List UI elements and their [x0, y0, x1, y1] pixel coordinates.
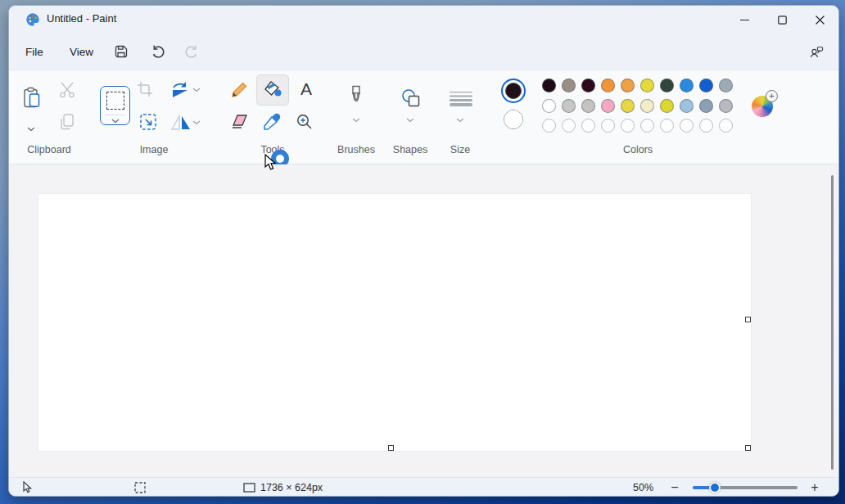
- palette-swatch-r1-c8[interactable]: [680, 79, 694, 92]
- zoom-slider-thumb[interactable]: [709, 482, 721, 493]
- mouse-cursor-icon: [264, 154, 277, 171]
- group-label-shapes: Shapes: [393, 144, 427, 155]
- palette-swatch-r1-c5[interactable]: [621, 79, 635, 92]
- paste-dropdown-chevron[interactable]: [28, 128, 35, 132]
- title-bar: Untitled - Paint: [9, 6, 838, 34]
- palette-swatch-r2-c2[interactable]: [562, 99, 576, 113]
- group-label-clipboard: Clipboard: [27, 144, 71, 155]
- palette-swatch-r3-c2[interactable]: [562, 119, 576, 133]
- palette-swatch-r3-c8[interactable]: [680, 119, 694, 133]
- palette-swatch-r1-c10[interactable]: [719, 79, 733, 92]
- color1-swatch[interactable]: [501, 79, 526, 103]
- palette-swatch-r2-c1[interactable]: [542, 99, 556, 113]
- palette-swatch-r2-c7[interactable]: [660, 99, 674, 113]
- zoom-slider-track[interactable]: [693, 486, 798, 489]
- text-tool-glyph: A: [300, 79, 312, 99]
- menu-view[interactable]: View: [60, 40, 103, 63]
- group-label-image: Image: [140, 144, 169, 155]
- zoom-percent: 50%: [633, 478, 653, 497]
- copy-button[interactable]: [56, 112, 78, 132]
- palette-swatch-r3-c7[interactable]: [660, 119, 674, 133]
- canvas-resize-handle-right[interactable]: [745, 317, 751, 322]
- crop-button[interactable]: [134, 79, 156, 99]
- edit-colors-button[interactable]: +: [752, 96, 773, 117]
- palette-swatch-r3-c9[interactable]: [699, 119, 713, 133]
- add-color-icon: +: [766, 90, 778, 102]
- palette-swatch-r2-c9[interactable]: [699, 99, 713, 113]
- palette-swatch-r2-c4[interactable]: [601, 99, 615, 113]
- palette-swatch-r3-c6[interactable]: [640, 119, 654, 133]
- magnifier-tool-button[interactable]: [294, 111, 315, 133]
- select-tool-button[interactable]: [100, 86, 130, 125]
- flip-button[interactable]: [169, 113, 192, 133]
- palette-swatch-r2-c6[interactable]: [640, 99, 654, 113]
- group-label-colors: Colors: [623, 144, 653, 155]
- fill-tool-button[interactable]: [262, 79, 283, 100]
- palette-swatch-r3-c3[interactable]: [581, 119, 595, 133]
- minimize-button[interactable]: [725, 6, 763, 34]
- shapes-button[interactable]: [399, 87, 423, 110]
- paste-button[interactable]: [20, 84, 44, 112]
- desktop-wallpaper: { "window": { "title": "Untitled - Paint…: [0, 0, 845, 504]
- resize-button[interactable]: [138, 112, 159, 132]
- canvas-resize-handle-corner[interactable]: [745, 445, 751, 451]
- palette-swatch-r2-c8[interactable]: [680, 99, 694, 113]
- size-dropdown-chevron[interactable]: [457, 119, 464, 123]
- group-label-brushes: Brushes: [337, 144, 375, 155]
- menu-bar: File View: [9, 34, 838, 70]
- size-button[interactable]: [447, 88, 475, 108]
- feedback-icon[interactable]: [804, 39, 829, 64]
- redo-button[interactable]: [178, 39, 203, 64]
- brushes-dropdown-chevron[interactable]: [353, 119, 360, 123]
- window-title: Untitled - Paint: [47, 12, 116, 25]
- brushes-button[interactable]: [345, 84, 368, 110]
- menu-file[interactable]: File: [16, 40, 53, 63]
- canvas-size-text: 1736 × 624px: [260, 482, 323, 493]
- palette-swatch-r1-c4[interactable]: [601, 79, 615, 92]
- palette-swatch-r2-c3[interactable]: [581, 99, 595, 113]
- palette-swatch-r1-c2[interactable]: [562, 79, 576, 92]
- select-dropdown-chevron[interactable]: [112, 119, 120, 124]
- paint-app-icon: [25, 12, 40, 27]
- canvas-resize-handle-bottom[interactable]: [388, 445, 394, 451]
- eraser-tool-button[interactable]: [229, 111, 251, 133]
- maximize-button[interactable]: [763, 6, 801, 34]
- palette-swatch-r3-c1[interactable]: [542, 119, 556, 133]
- zoom-out-button[interactable]: −: [667, 478, 682, 497]
- drawing-canvas[interactable]: [38, 194, 751, 451]
- palette-swatch-r1-c7[interactable]: [660, 79, 674, 92]
- palette-swatch-r3-c5[interactable]: [621, 119, 635, 133]
- close-button[interactable]: [801, 6, 838, 34]
- palette-swatch-r1-c1[interactable]: [542, 79, 556, 92]
- save-button[interactable]: [109, 39, 133, 64]
- shapes-dropdown-chevron[interactable]: [407, 119, 414, 123]
- palette-grid: [542, 79, 733, 133]
- toolbar-ribbon: Clipboard Image: [9, 70, 838, 164]
- zoom-in-button[interactable]: +: [807, 478, 822, 497]
- palette-swatch-r3-c10[interactable]: [719, 119, 733, 133]
- selection-icon: [106, 92, 124, 110]
- undo-button[interactable]: [146, 39, 170, 64]
- text-tool-button[interactable]: A: [296, 79, 317, 100]
- vertical-scrollbar[interactable]: [831, 175, 834, 470]
- rotate-button[interactable]: [169, 80, 192, 100]
- zoom-slider[interactable]: [693, 478, 798, 497]
- status-bar: 1736 × 624px 50% − +: [9, 477, 838, 496]
- color-picker-tool-button[interactable]: [261, 111, 282, 133]
- palette-swatch-r1-c3[interactable]: [581, 79, 595, 92]
- color2-swatch[interactable]: [504, 110, 523, 129]
- cursor-position-icon: [23, 478, 33, 497]
- work-area: [9, 164, 838, 479]
- pencil-tool-button[interactable]: [228, 79, 250, 101]
- flip-dropdown-chevron[interactable]: [193, 121, 201, 125]
- palette-swatch-r1-c6[interactable]: [640, 79, 654, 92]
- palette-swatch-r2-c10[interactable]: [719, 99, 733, 113]
- paint-window: Untitled - Paint File View: [8, 5, 839, 497]
- palette-swatch-r2-c5[interactable]: [621, 99, 635, 113]
- palette-swatch-r1-c9[interactable]: [699, 79, 713, 92]
- rotate-dropdown-chevron[interactable]: [193, 88, 201, 92]
- selection-size-icon: [134, 478, 146, 497]
- cut-button[interactable]: [56, 80, 78, 100]
- group-label-size: Size: [450, 144, 470, 155]
- palette-swatch-r3-c4[interactable]: [601, 119, 615, 133]
